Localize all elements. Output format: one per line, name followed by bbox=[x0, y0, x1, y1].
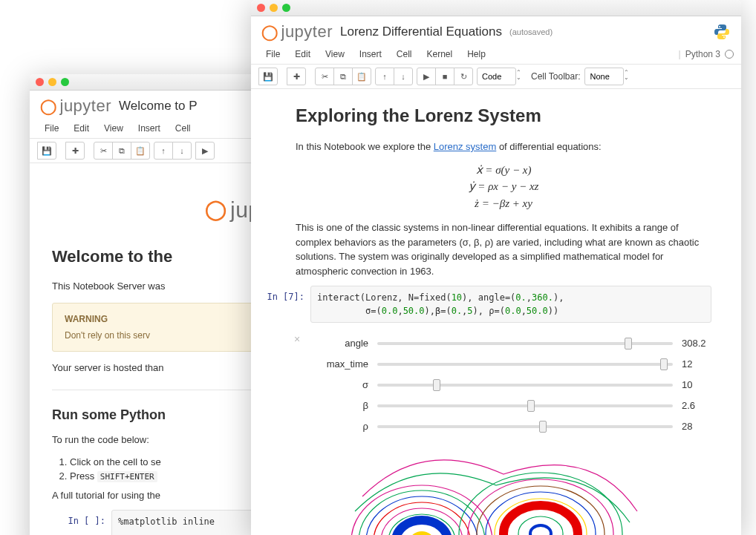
slider-label: ρ bbox=[310, 419, 377, 434]
menu-help[interactable]: Help bbox=[460, 46, 493, 62]
paste-button[interactable]: 📋 bbox=[131, 142, 150, 160]
slider-value: 10 bbox=[682, 378, 711, 393]
notebook-title-back[interactable]: Welcome to P bbox=[119, 99, 198, 114]
slider-thumb[interactable] bbox=[539, 421, 547, 433]
menu-edit[interactable]: Edit bbox=[66, 120, 97, 137]
slider-label: max_time bbox=[310, 357, 377, 372]
slider-thumb[interactable] bbox=[625, 338, 632, 349]
slider-label: angle bbox=[310, 336, 377, 351]
svg-point-7 bbox=[410, 531, 434, 535]
slider-thumb[interactable] bbox=[433, 379, 440, 391]
slider-thumb[interactable] bbox=[527, 400, 535, 412]
notebook-header-front: ◯jupyter Lorenz Differential Equations (… bbox=[251, 16, 741, 45]
foreground-window: ◯jupyter Lorenz Differential Equations (… bbox=[251, 0, 741, 535]
close-icon[interactable] bbox=[36, 78, 44, 86]
lorenz-attractor-svg bbox=[310, 452, 667, 535]
cut-button[interactable]: ✂ bbox=[94, 142, 113, 160]
svg-point-0 bbox=[351, 485, 492, 535]
slider-value: 2.6 bbox=[682, 398, 711, 413]
save-button[interactable]: 💾 bbox=[37, 142, 56, 160]
intro-paragraph: In this Notebook we explore the Lorenz s… bbox=[296, 140, 711, 154]
content-front: Exploring the Lorenz System In this Note… bbox=[251, 89, 741, 535]
menu-insert[interactable]: Insert bbox=[352, 46, 389, 62]
slider-value: 308.2 bbox=[682, 336, 711, 351]
jupyter-logo: ◯jupyter bbox=[261, 22, 333, 42]
move-up-button[interactable]: ↑ bbox=[154, 142, 173, 160]
add-cell-button[interactable]: ✚ bbox=[287, 68, 306, 85]
prompt-back: In [ ]: bbox=[52, 510, 111, 535]
prompt: In [7]: bbox=[251, 286, 310, 323]
slider-value: 28 bbox=[682, 419, 711, 434]
close-icon[interactable] bbox=[257, 4, 265, 12]
slider-label: β bbox=[310, 398, 377, 413]
code-input[interactable]: interact(Lorenz, N=fixed(10), angle=(0.,… bbox=[310, 286, 711, 323]
move-down-button[interactable]: ↓ bbox=[394, 68, 413, 85]
menu-file[interactable]: File bbox=[258, 46, 287, 62]
svg-point-13 bbox=[504, 505, 578, 535]
cell-toolbar-label: Cell Toolbar: bbox=[531, 71, 580, 82]
cell-toolbar-select[interactable]: None bbox=[584, 68, 624, 85]
equations: ẋ = σ(y − x) ẏ = ρx − y − xz ż = −βz + x… bbox=[296, 162, 711, 212]
titlebar-front bbox=[251, 0, 741, 16]
menu-cell[interactable]: Cell bbox=[389, 46, 420, 62]
run-button[interactable]: ▶ bbox=[417, 68, 436, 85]
menu-edit[interactable]: Edit bbox=[287, 46, 318, 62]
menubar-front: File Edit View Insert Cell Kernel Help |… bbox=[251, 45, 741, 65]
slider-track[interactable] bbox=[377, 404, 673, 407]
kernel-name: Python 3 bbox=[685, 49, 720, 59]
notebook-title[interactable]: Lorenz Differential Equations bbox=[340, 24, 502, 39]
menu-file[interactable]: File bbox=[37, 120, 66, 137]
slider-value: 12 bbox=[682, 357, 711, 372]
jupyter-logo: ◯jupyter bbox=[40, 96, 111, 116]
move-up-button[interactable]: ↑ bbox=[375, 68, 394, 85]
slider-track[interactable] bbox=[377, 342, 673, 345]
menu-view[interactable]: View bbox=[97, 120, 131, 137]
slider-row-ρ: ρ28 bbox=[310, 416, 711, 437]
toolbar-front: 💾 ✚ ✂ ⧉ 📋 ↑ ↓ ▶ ■ ↻ Code Cell Toolbar: N… bbox=[251, 65, 741, 89]
copy-button[interactable]: ⧉ bbox=[333, 68, 353, 85]
python-icon bbox=[713, 23, 731, 41]
autosaved-label: (autosaved) bbox=[509, 27, 553, 36]
slider-row-angle: angle308.2 bbox=[310, 333, 711, 354]
cut-button[interactable]: ✂ bbox=[315, 68, 334, 85]
menu-kernel[interactable]: Kernel bbox=[420, 46, 460, 62]
add-cell-button[interactable]: ✚ bbox=[65, 142, 85, 160]
menu-view[interactable]: View bbox=[318, 46, 352, 62]
svg-point-15 bbox=[530, 525, 551, 535]
kernel-indicator-icon bbox=[725, 50, 734, 59]
slider-row-max_time: max_time12 bbox=[310, 354, 711, 375]
svg-point-10 bbox=[477, 486, 605, 535]
paste-button[interactable]: 📋 bbox=[352, 68, 371, 85]
copy-button[interactable]: ⧉ bbox=[112, 142, 131, 160]
lorenz-link[interactable]: Lorenz system bbox=[434, 141, 497, 152]
slider-label: σ bbox=[310, 378, 377, 393]
save-button[interactable]: 💾 bbox=[258, 68, 278, 85]
widget-close-icon[interactable]: × bbox=[294, 332, 300, 347]
stop-button[interactable]: ■ bbox=[435, 68, 454, 85]
zoom-icon[interactable] bbox=[282, 4, 290, 12]
slider-thumb[interactable] bbox=[660, 358, 668, 370]
slider-track[interactable] bbox=[377, 384, 673, 387]
restart-button[interactable]: ↻ bbox=[454, 68, 473, 85]
slider-row-β: β2.6 bbox=[310, 395, 711, 416]
menu-insert[interactable]: Insert bbox=[131, 120, 168, 137]
move-down-button[interactable]: ↓ bbox=[172, 142, 192, 160]
slider-track[interactable] bbox=[377, 425, 673, 428]
description-paragraph: This is one of the classic systems in no… bbox=[296, 220, 711, 278]
slider-row-σ: σ10 bbox=[310, 375, 711, 395]
minimize-icon[interactable] bbox=[48, 78, 56, 86]
slider-track[interactable] bbox=[377, 363, 673, 366]
page-title: Exploring the Lorenz System bbox=[296, 102, 711, 129]
run-button[interactable]: ▶ bbox=[195, 142, 215, 160]
widget-area: × angle308.2max_time12σ10β2.6ρ28 bbox=[251, 330, 711, 444]
zoom-icon[interactable] bbox=[61, 78, 69, 86]
lorenz-plot bbox=[251, 444, 711, 535]
celltype-select[interactable]: Code bbox=[477, 68, 516, 85]
code-cell[interactable]: In [7]: interact(Lorenz, N=fixed(10), an… bbox=[251, 286, 711, 323]
menu-cell[interactable]: Cell bbox=[168, 120, 198, 137]
minimize-icon[interactable] bbox=[270, 4, 278, 12]
